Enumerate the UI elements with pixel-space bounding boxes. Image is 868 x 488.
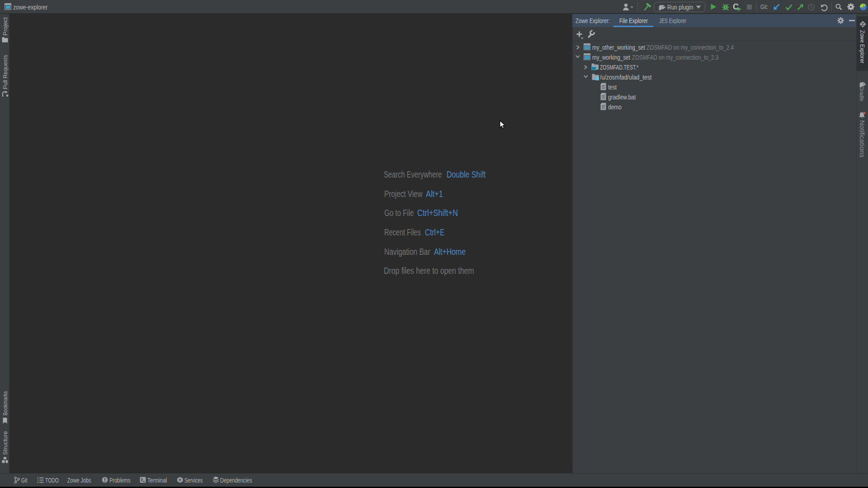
svg-text:Z: Z [861,22,864,27]
